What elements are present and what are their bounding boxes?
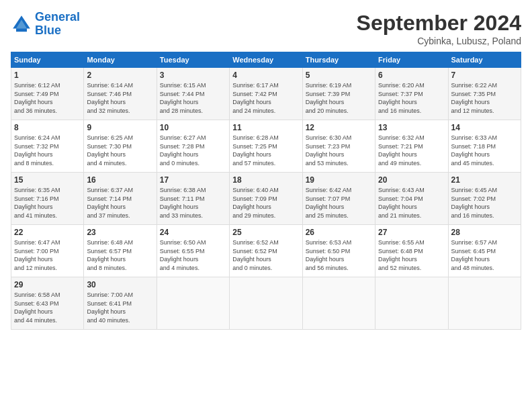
day-number: 3 [160,71,226,80]
day-number: 9 [87,123,153,132]
day-number: 1 [14,71,81,80]
day-info: Sunrise: 6:32 AM Sunset: 7:21 PM Dayligh… [378,134,445,167]
calendar-cell: 20 Sunrise: 6:43 AM Sunset: 7:04 PM Dayl… [375,173,448,225]
day-info: Sunrise: 6:12 AM Sunset: 7:49 PM Dayligh… [14,81,81,115]
day-info: Sunrise: 6:38 AM Sunset: 7:11 PM Dayligh… [160,186,226,220]
day-number: 22 [14,228,81,237]
day-number: 18 [232,175,299,185]
day-number: 11 [232,123,299,132]
day-number: 16 [87,175,153,185]
day-header-friday: Friday [375,52,448,68]
day-number: 30 [87,280,153,289]
calendar: SundayMondayTuesdayWednesdayThursdayFrid… [11,52,521,330]
day-info: Sunrise: 6:52 AM Sunset: 6:52 PM Dayligh… [232,238,299,272]
day-info: Sunrise: 6:35 AM Sunset: 7:16 PM Dayligh… [14,186,81,220]
calendar-cell: 30 Sunrise: 7:00 AM Sunset: 6:41 PM Dayl… [84,277,157,330]
title-block: September 2024 Cybinka, Lubusz, Poland [357,11,521,46]
day-number: 14 [451,123,518,132]
day-number: 21 [451,175,518,185]
day-number: 24 [160,228,226,237]
day-number: 26 [306,228,372,237]
day-number: 4 [232,71,299,80]
week-row-4: 22 Sunrise: 6:47 AM Sunset: 7:00 PM Dayl… [11,225,521,277]
day-info: Sunrise: 6:47 AM Sunset: 7:00 PM Dayligh… [14,238,81,272]
calendar-cell: 24 Sunrise: 6:50 AM Sunset: 6:55 PM Dayl… [157,225,229,277]
calendar-cell: 8 Sunrise: 6:24 AM Sunset: 7:32 PM Dayli… [11,120,84,173]
day-number: 8 [14,123,81,132]
day-info: Sunrise: 6:50 AM Sunset: 6:55 PM Dayligh… [160,238,226,272]
day-number: 29 [14,280,81,289]
calendar-cell: 14 Sunrise: 6:33 AM Sunset: 7:18 PM Dayl… [448,120,521,173]
svg-rect-2 [16,28,27,32]
day-header-wednesday: Wednesday [230,52,302,68]
logo: General Blue [11,11,80,38]
calendar-cell: 15 Sunrise: 6:35 AM Sunset: 7:16 PM Dayl… [11,173,84,225]
week-row-1: 1 Sunrise: 6:12 AM Sunset: 7:49 PM Dayli… [11,68,521,120]
header: General Blue September 2024 Cybinka, Lub… [11,11,521,46]
day-info: Sunrise: 6:53 AM Sunset: 6:50 PM Dayligh… [306,238,372,272]
day-header-monday: Monday [84,52,157,68]
logo-text: General Blue [35,11,80,38]
calendar-cell [302,277,375,330]
week-row-2: 8 Sunrise: 6:24 AM Sunset: 7:32 PM Dayli… [11,120,521,173]
day-number: 15 [14,175,81,185]
day-info: Sunrise: 6:17 AM Sunset: 7:42 PM Dayligh… [232,81,299,115]
day-info: Sunrise: 6:37 AM Sunset: 7:14 PM Dayligh… [87,186,153,220]
calendar-cell: 12 Sunrise: 6:30 AM Sunset: 7:23 PM Dayl… [302,120,375,173]
day-number: 10 [160,123,226,132]
day-info: Sunrise: 6:58 AM Sunset: 6:43 PM Dayligh… [14,291,81,324]
day-number: 12 [306,123,372,132]
day-number: 5 [306,71,372,80]
day-info: Sunrise: 6:27 AM Sunset: 7:28 PM Dayligh… [160,134,226,167]
day-number: 25 [232,228,299,237]
day-info: Sunrise: 6:48 AM Sunset: 6:57 PM Dayligh… [87,238,153,272]
logo-icon [11,13,32,35]
week-row-5: 29 Sunrise: 6:58 AM Sunset: 6:43 PM Dayl… [11,277,521,330]
day-info: Sunrise: 6:43 AM Sunset: 7:04 PM Dayligh… [378,186,445,220]
day-number: 20 [378,175,445,185]
calendar-cell: 11 Sunrise: 6:28 AM Sunset: 7:25 PM Dayl… [230,120,302,173]
calendar-cell: 1 Sunrise: 6:12 AM Sunset: 7:49 PM Dayli… [11,68,84,120]
calendar-cell [375,277,448,330]
day-info: Sunrise: 6:22 AM Sunset: 7:35 PM Dayligh… [451,81,518,115]
day-number: 23 [87,228,153,237]
calendar-cell: 6 Sunrise: 6:20 AM Sunset: 7:37 PM Dayli… [375,68,448,120]
day-number: 27 [378,228,445,237]
calendar-cell: 3 Sunrise: 6:15 AM Sunset: 7:44 PM Dayli… [157,68,229,120]
day-info: Sunrise: 6:24 AM Sunset: 7:32 PM Dayligh… [14,134,81,167]
day-number: 13 [378,123,445,132]
page: General Blue September 2024 Cybinka, Lub… [0,0,532,411]
day-info: Sunrise: 6:45 AM Sunset: 7:02 PM Dayligh… [451,186,518,220]
calendar-cell: 18 Sunrise: 6:40 AM Sunset: 7:09 PM Dayl… [230,173,302,225]
day-header-sunday: Sunday [11,52,84,68]
calendar-cell: 2 Sunrise: 6:14 AM Sunset: 7:46 PM Dayli… [84,68,157,120]
day-info: Sunrise: 6:20 AM Sunset: 7:37 PM Dayligh… [378,81,445,115]
calendar-cell: 9 Sunrise: 6:25 AM Sunset: 7:30 PM Dayli… [84,120,157,173]
calendar-cell: 21 Sunrise: 6:45 AM Sunset: 7:02 PM Dayl… [448,173,521,225]
day-info: Sunrise: 6:14 AM Sunset: 7:46 PM Dayligh… [87,81,153,115]
calendar-cell: 26 Sunrise: 6:53 AM Sunset: 6:50 PM Dayl… [302,225,375,277]
day-info: Sunrise: 7:00 AM Sunset: 6:41 PM Dayligh… [87,291,153,324]
calendar-cell [448,277,521,330]
calendar-cell: 16 Sunrise: 6:37 AM Sunset: 7:14 PM Dayl… [84,173,157,225]
day-number: 7 [451,71,518,80]
day-info: Sunrise: 6:28 AM Sunset: 7:25 PM Dayligh… [232,134,299,167]
day-number: 28 [451,228,518,237]
day-info: Sunrise: 6:55 AM Sunset: 6:48 PM Dayligh… [378,238,445,272]
day-header-tuesday: Tuesday [157,52,229,68]
day-number: 19 [306,175,372,185]
calendar-cell: 4 Sunrise: 6:17 AM Sunset: 7:42 PM Dayli… [230,68,302,120]
calendar-cell: 23 Sunrise: 6:48 AM Sunset: 6:57 PM Dayl… [84,225,157,277]
day-header-thursday: Thursday [302,52,375,68]
calendar-cell: 28 Sunrise: 6:57 AM Sunset: 6:45 PM Dayl… [448,225,521,277]
day-info: Sunrise: 6:42 AM Sunset: 7:07 PM Dayligh… [306,186,372,220]
calendar-cell [230,277,302,330]
calendar-cell: 25 Sunrise: 6:52 AM Sunset: 6:52 PM Dayl… [230,225,302,277]
calendar-header-row: SundayMondayTuesdayWednesdayThursdayFrid… [11,52,521,68]
day-info: Sunrise: 6:25 AM Sunset: 7:30 PM Dayligh… [87,134,153,167]
day-header-saturday: Saturday [448,52,521,68]
week-row-3: 15 Sunrise: 6:35 AM Sunset: 7:16 PM Dayl… [11,173,521,225]
calendar-cell: 17 Sunrise: 6:38 AM Sunset: 7:11 PM Dayl… [157,173,229,225]
day-number: 17 [160,175,226,185]
day-info: Sunrise: 6:33 AM Sunset: 7:18 PM Dayligh… [451,134,518,167]
